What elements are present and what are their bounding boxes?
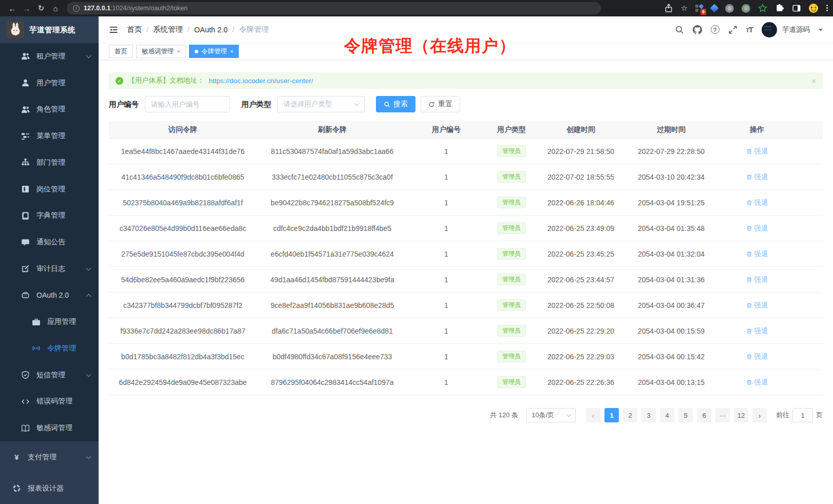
user-dropdown-caret-icon[interactable] — [819, 29, 823, 33]
sidebar-fold-icon[interactable] — [109, 25, 118, 34]
close-icon[interactable]: × — [230, 48, 233, 54]
tab-sensitive[interactable]: 敏感词管理 × — [136, 45, 186, 58]
more-pages-button[interactable]: ··· — [715, 408, 730, 422]
sidebar-item-post[interactable]: 岗位管理 — [0, 176, 99, 203]
chevron-down-icon — [86, 372, 91, 377]
alert-close-icon[interactable]: × — [811, 76, 816, 85]
sidebar-item-role[interactable]: 角色管理 — [0, 96, 99, 123]
browser-back-icon[interactable]: ← — [5, 4, 20, 13]
force-logout-button[interactable]: 强退 — [746, 224, 768, 233]
user-icon — [21, 79, 30, 87]
sidebar-item-report[interactable]: 报表设计器 — [0, 473, 99, 504]
browser-menu-icon[interactable] — [826, 4, 828, 12]
force-logout-button[interactable]: 强退 — [746, 172, 768, 182]
force-logout-button[interactable]: 强退 — [746, 378, 768, 387]
app-logo[interactable]: 芋道管理系统 — [0, 16, 99, 43]
sidebar-item-dict[interactable]: 字典管理 — [0, 202, 99, 229]
prev-page-button[interactable]: ‹ — [586, 408, 600, 422]
search-icon[interactable] — [675, 25, 684, 34]
page-button-12[interactable]: 12 — [734, 408, 748, 422]
table-header: 访问令牌 刷新令牌 用户编号 用户类型 创建时间 过期时间 操作 — [109, 121, 823, 139]
profile-avatar-icon[interactable] — [809, 4, 818, 13]
user-type-badge: 管理员 — [497, 197, 526, 208]
tab-token[interactable]: 令牌管理 × — [189, 45, 239, 58]
sidebar-item-tenant[interactable]: 租户管理 — [0, 43, 99, 70]
search-icon — [384, 101, 390, 108]
breadcrumb-oauth[interactable]: OAuth 2.0 — [194, 26, 228, 34]
browser-reload-icon[interactable]: ↻ — [34, 4, 48, 13]
bookmark-star-icon[interactable]: ☆ — [681, 4, 688, 13]
sidebar-item-oauth[interactable]: OAuth 2.0 — [0, 282, 99, 309]
font-size-icon[interactable]: TT — [746, 25, 753, 34]
page-button-6[interactable]: 6 — [697, 408, 711, 422]
page-button-3[interactable]: 3 — [641, 408, 656, 422]
page-button-1[interactable]: 1 — [604, 408, 619, 422]
table-row: b0d1785bc3a8482f812db4a3f3bd15ec b0df498… — [109, 344, 823, 370]
site-info-icon[interactable]: i — [73, 5, 80, 12]
chevron-down-icon — [566, 412, 572, 417]
browser-forward-icon[interactable]: → — [20, 4, 34, 13]
browser-home-icon[interactable]: ⌂ — [48, 4, 63, 13]
table-row: c342377bf8b344799dcbf7bf095287f2 9ce8ef2… — [109, 293, 823, 318]
github-icon[interactable] — [693, 25, 702, 34]
search-button[interactable]: 搜索 — [376, 96, 415, 112]
sidebar-item-oauth-token[interactable]: 令牌管理 — [0, 335, 99, 362]
sidebar-item-notice[interactable]: 通知公告 — [0, 229, 99, 256]
share-icon[interactable] — [664, 4, 673, 13]
force-logout-button[interactable]: 强退 — [746, 352, 768, 361]
address-bar[interactable]: i 127.0.0.1:1024/system/oauth2/token — [67, 2, 601, 14]
extension-gem-icon[interactable] — [710, 4, 719, 13]
force-logout-button[interactable]: 强退 — [746, 147, 768, 156]
user-type-badge: 管理员 — [497, 145, 526, 157]
sidebar-item-sms[interactable]: 短信管理 — [0, 362, 99, 389]
doc-link[interactable]: https://doc.iocoder.cn/user-center/ — [209, 77, 313, 85]
extension-gray-icon[interactable] — [725, 4, 734, 13]
user-type-select[interactable]: 请选择用户类型 — [277, 96, 365, 112]
breadcrumb-home[interactable]: 首页 — [127, 25, 142, 34]
page-size-select[interactable]: 10条/页 — [526, 408, 576, 422]
sidebar-item-audit[interactable]: 审计日志 — [0, 256, 99, 282]
report-designer-icon — [12, 484, 21, 493]
sms-shield-icon — [21, 371, 30, 379]
side-panel-icon[interactable] — [792, 4, 801, 13]
sidebar-menu-bottom: ¥ 支付管理 报表设计器 — [0, 441, 99, 504]
sidebar-item-menu[interactable]: 菜单管理 — [0, 123, 99, 149]
force-logout-button[interactable]: 强退 — [746, 301, 768, 310]
user-type-badge: 管理员 — [497, 351, 526, 362]
extension-tabs-icon[interactable]: 9 — [695, 4, 704, 12]
audit-edit-icon — [21, 264, 30, 273]
force-logout-button[interactable]: 强退 — [746, 326, 768, 336]
page-button-4[interactable]: 4 — [660, 408, 674, 422]
user-avatar[interactable] — [762, 22, 777, 37]
table-row: 502375b8040a469a9b82188afdf6af1f be90422… — [109, 190, 823, 216]
close-icon[interactable]: × — [177, 48, 180, 54]
token-broadcast-icon — [32, 344, 41, 353]
success-check-icon: ✓ — [116, 77, 123, 85]
tab-home[interactable]: 首页 — [109, 45, 133, 58]
force-logout-button[interactable]: 强退 — [746, 198, 768, 207]
user-id-input[interactable] — [145, 96, 230, 112]
force-logout-button[interactable]: 强退 — [746, 249, 768, 259]
goto-page-input[interactable] — [792, 408, 813, 422]
extension-star-icon[interactable] — [758, 4, 767, 13]
reset-button[interactable]: 重置 — [421, 96, 460, 112]
force-logout-button[interactable]: 强退 — [746, 275, 768, 284]
user-name[interactable]: 芋道源码 — [782, 25, 810, 34]
extension-green-icon[interactable] — [742, 4, 750, 13]
sidebar-item-dept[interactable]: 部门管理 — [0, 149, 99, 176]
fullscreen-icon[interactable] — [728, 25, 737, 34]
browser-chrome: ← → ↻ ⌂ i 127.0.0.1:1024/system/oauth2/t… — [0, 0, 833, 16]
next-page-button[interactable]: › — [752, 408, 767, 422]
sidebar-item-sensitive[interactable]: 敏感词管理 — [0, 415, 99, 441]
extensions-puzzle-icon[interactable] — [775, 4, 784, 13]
sidebar-item-pay[interactable]: ¥ 支付管理 — [0, 441, 99, 473]
help-icon[interactable]: ? — [711, 25, 720, 34]
sidebar-item-oauth-app[interactable]: 应用管理 — [0, 308, 99, 335]
dict-book-icon — [21, 211, 30, 220]
breadcrumb-system[interactable]: 系统管理 — [153, 25, 183, 34]
page-button-2[interactable]: 2 — [623, 408, 637, 422]
sidebar-item-errorcode[interactable]: 错误码管理 — [0, 389, 99, 415]
page-button-5[interactable]: 5 — [678, 408, 693, 422]
delete-icon — [746, 328, 752, 334]
sidebar-item-user[interactable]: 用户管理 — [0, 70, 99, 96]
